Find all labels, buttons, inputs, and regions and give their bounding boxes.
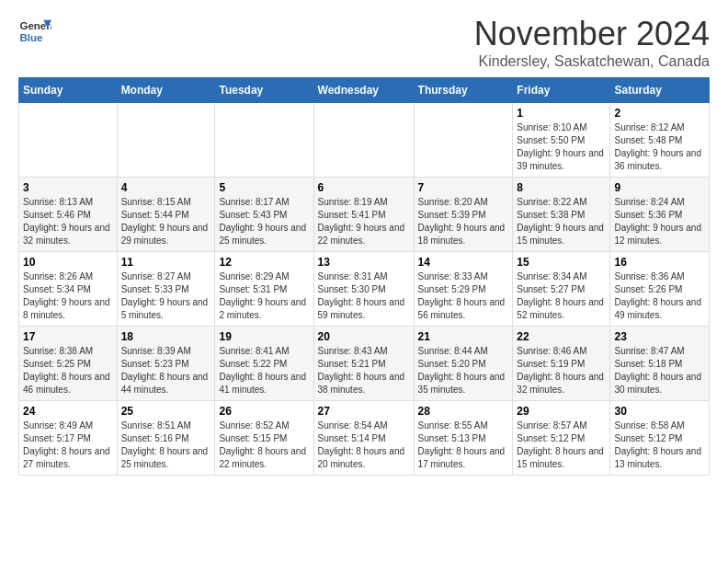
calendar-cell: 19Sunrise: 8:41 AM Sunset: 5:22 PM Dayli…	[215, 327, 313, 401]
day-number: 16	[614, 256, 705, 269]
page: General Blue November 2024 Kindersley, S…	[0, 0, 728, 490]
day-info: Sunrise: 8:10 AM Sunset: 5:50 PM Dayligh…	[517, 121, 606, 173]
calendar-cell: 14Sunrise: 8:33 AM Sunset: 5:29 PM Dayli…	[414, 252, 513, 327]
logo-icon: General Blue	[18, 15, 51, 48]
day-number: 19	[219, 330, 309, 343]
day-info: Sunrise: 8:17 AM Sunset: 5:43 PM Dayligh…	[219, 196, 309, 247]
day-info: Sunrise: 8:27 AM Sunset: 5:33 PM Dayligh…	[121, 270, 211, 322]
day-header-friday: Friday	[513, 78, 610, 103]
calendar-cell: 8Sunrise: 8:22 AM Sunset: 5:38 PM Daylig…	[513, 178, 610, 252]
day-info: Sunrise: 8:54 AM Sunset: 5:14 PM Dayligh…	[318, 419, 410, 471]
day-number: 11	[121, 256, 211, 269]
day-info: Sunrise: 8:41 AM Sunset: 5:22 PM Dayligh…	[219, 345, 309, 396]
calendar-cell: 10Sunrise: 8:26 AM Sunset: 5:34 PM Dayli…	[19, 252, 118, 327]
day-number: 10	[23, 256, 113, 269]
day-header-monday: Monday	[117, 78, 215, 103]
calendar-cell: 1Sunrise: 8:10 AM Sunset: 5:50 PM Daylig…	[513, 103, 610, 178]
calendar-cell: 6Sunrise: 8:19 AM Sunset: 5:41 PM Daylig…	[313, 178, 414, 252]
day-number: 2	[614, 107, 705, 120]
calendar-cell: 27Sunrise: 8:54 AM Sunset: 5:14 PM Dayli…	[313, 401, 414, 476]
calendar-cell: 11Sunrise: 8:27 AM Sunset: 5:33 PM Dayli…	[117, 252, 215, 327]
day-info: Sunrise: 8:15 AM Sunset: 5:44 PM Dayligh…	[121, 196, 211, 247]
day-info: Sunrise: 8:38 AM Sunset: 5:25 PM Dayligh…	[23, 345, 113, 396]
day-info: Sunrise: 8:52 AM Sunset: 5:15 PM Dayligh…	[219, 419, 309, 471]
week-row-3: 17Sunrise: 8:38 AM Sunset: 5:25 PM Dayli…	[19, 327, 710, 401]
calendar-cell	[215, 103, 313, 178]
day-number: 30	[614, 405, 705, 418]
calendar-cell: 25Sunrise: 8:51 AM Sunset: 5:16 PM Dayli…	[117, 401, 215, 476]
calendar-cell: 23Sunrise: 8:47 AM Sunset: 5:18 PM Dayli…	[610, 327, 710, 401]
calendar-cell: 20Sunrise: 8:43 AM Sunset: 5:21 PM Dayli…	[313, 327, 414, 401]
header-row: SundayMondayTuesdayWednesdayThursdayFrid…	[19, 78, 710, 103]
calendar-cell: 3Sunrise: 8:13 AM Sunset: 5:46 PM Daylig…	[19, 178, 118, 252]
day-number: 1	[517, 107, 606, 120]
logo: General Blue	[18, 15, 55, 48]
day-info: Sunrise: 8:55 AM Sunset: 5:13 PM Dayligh…	[418, 419, 509, 471]
calendar-cell: 30Sunrise: 8:58 AM Sunset: 5:12 PM Dayli…	[610, 401, 710, 476]
day-header-wednesday: Wednesday	[313, 78, 414, 103]
calendar-cell: 29Sunrise: 8:57 AM Sunset: 5:12 PM Dayli…	[513, 401, 610, 476]
day-info: Sunrise: 8:47 AM Sunset: 5:18 PM Dayligh…	[614, 345, 705, 396]
calendar-cell: 13Sunrise: 8:31 AM Sunset: 5:30 PM Dayli…	[313, 252, 414, 327]
day-number: 26	[219, 405, 309, 418]
calendar-cell	[313, 103, 414, 178]
day-number: 25	[121, 405, 211, 418]
day-info: Sunrise: 8:29 AM Sunset: 5:31 PM Dayligh…	[219, 270, 309, 322]
calendar-cell: 2Sunrise: 8:12 AM Sunset: 5:48 PM Daylig…	[610, 103, 710, 178]
calendar-cell: 5Sunrise: 8:17 AM Sunset: 5:43 PM Daylig…	[215, 178, 313, 252]
day-number: 28	[418, 405, 509, 418]
calendar-cell: 15Sunrise: 8:34 AM Sunset: 5:27 PM Dayli…	[513, 252, 610, 327]
day-number: 22	[517, 330, 606, 343]
day-number: 14	[418, 256, 509, 269]
day-info: Sunrise: 8:19 AM Sunset: 5:41 PM Dayligh…	[318, 196, 410, 247]
day-header-thursday: Thursday	[414, 78, 513, 103]
main-title: November 2024	[474, 15, 710, 53]
day-info: Sunrise: 8:49 AM Sunset: 5:17 PM Dayligh…	[23, 419, 113, 471]
day-header-saturday: Saturday	[610, 78, 710, 103]
day-info: Sunrise: 8:57 AM Sunset: 5:12 PM Dayligh…	[517, 419, 606, 471]
calendar-cell: 26Sunrise: 8:52 AM Sunset: 5:15 PM Dayli…	[215, 401, 313, 476]
calendar-cell: 17Sunrise: 8:38 AM Sunset: 5:25 PM Dayli…	[19, 327, 118, 401]
day-number: 15	[517, 256, 606, 269]
day-number: 6	[318, 181, 410, 194]
calendar-cell: 16Sunrise: 8:36 AM Sunset: 5:26 PM Dayli…	[610, 252, 710, 327]
day-info: Sunrise: 8:33 AM Sunset: 5:29 PM Dayligh…	[418, 270, 509, 322]
day-number: 23	[614, 330, 705, 343]
calendar-cell: 24Sunrise: 8:49 AM Sunset: 5:17 PM Dayli…	[19, 401, 118, 476]
day-info: Sunrise: 8:43 AM Sunset: 5:21 PM Dayligh…	[318, 345, 410, 396]
day-info: Sunrise: 8:39 AM Sunset: 5:23 PM Dayligh…	[121, 345, 211, 396]
day-number: 24	[23, 405, 113, 418]
week-row-0: 1Sunrise: 8:10 AM Sunset: 5:50 PM Daylig…	[19, 103, 710, 178]
day-info: Sunrise: 8:13 AM Sunset: 5:46 PM Dayligh…	[23, 196, 113, 247]
day-number: 8	[517, 181, 606, 194]
day-info: Sunrise: 8:20 AM Sunset: 5:39 PM Dayligh…	[418, 196, 509, 247]
week-row-1: 3Sunrise: 8:13 AM Sunset: 5:46 PM Daylig…	[19, 178, 710, 252]
day-number: 27	[318, 405, 410, 418]
day-info: Sunrise: 8:44 AM Sunset: 5:20 PM Dayligh…	[418, 345, 509, 396]
calendar-cell: 4Sunrise: 8:15 AM Sunset: 5:44 PM Daylig…	[117, 178, 215, 252]
calendar-cell: 22Sunrise: 8:46 AM Sunset: 5:19 PM Dayli…	[513, 327, 610, 401]
calendar-cell: 7Sunrise: 8:20 AM Sunset: 5:39 PM Daylig…	[414, 178, 513, 252]
header: General Blue November 2024 Kindersley, S…	[18, 15, 710, 70]
calendar-cell	[117, 103, 215, 178]
day-info: Sunrise: 8:58 AM Sunset: 5:12 PM Dayligh…	[614, 419, 705, 471]
calendar-cell: 9Sunrise: 8:24 AM Sunset: 5:36 PM Daylig…	[610, 178, 710, 252]
calendar-cell: 28Sunrise: 8:55 AM Sunset: 5:13 PM Dayli…	[414, 401, 513, 476]
day-number: 18	[121, 330, 211, 343]
title-block: November 2024 Kindersley, Saskatchewan, …	[474, 15, 710, 70]
calendar-cell	[414, 103, 513, 178]
calendar-cell	[19, 103, 118, 178]
day-number: 12	[219, 256, 309, 269]
calendar-cell: 12Sunrise: 8:29 AM Sunset: 5:31 PM Dayli…	[215, 252, 313, 327]
day-header-sunday: Sunday	[19, 78, 118, 103]
day-header-tuesday: Tuesday	[215, 78, 313, 103]
day-number: 13	[318, 256, 410, 269]
day-info: Sunrise: 8:46 AM Sunset: 5:19 PM Dayligh…	[517, 345, 606, 396]
subtitle: Kindersley, Saskatchewan, Canada	[474, 53, 710, 70]
day-number: 5	[219, 181, 309, 194]
calendar-table: SundayMondayTuesdayWednesdayThursdayFrid…	[18, 77, 710, 476]
day-info: Sunrise: 8:12 AM Sunset: 5:48 PM Dayligh…	[614, 121, 705, 173]
day-info: Sunrise: 8:36 AM Sunset: 5:26 PM Dayligh…	[614, 270, 705, 322]
day-number: 7	[418, 181, 509, 194]
week-row-4: 24Sunrise: 8:49 AM Sunset: 5:17 PM Dayli…	[19, 401, 710, 476]
